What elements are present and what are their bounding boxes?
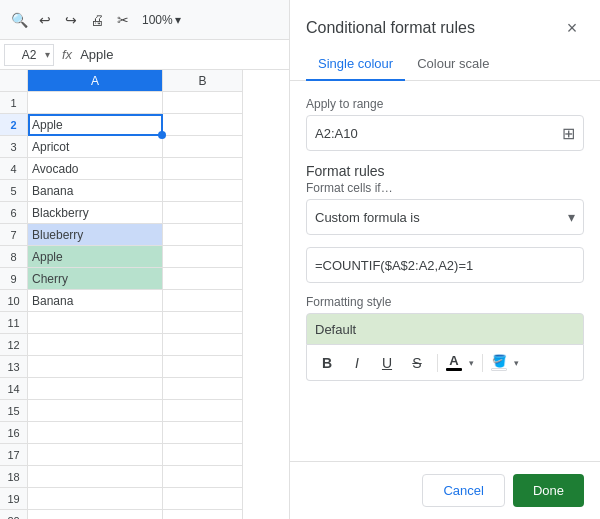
row-num-4: 4 [0, 158, 28, 180]
range-input[interactable] [315, 126, 558, 141]
row-num-17: 17 [0, 444, 28, 466]
fill-color-button[interactable]: 🪣 [491, 355, 507, 371]
cancel-button[interactable]: Cancel [422, 474, 504, 507]
zoom-chevron-icon: ▾ [175, 13, 181, 27]
formatting-style-label: Formatting style [306, 295, 584, 309]
cell-b7[interactable] [163, 224, 243, 246]
fill-color-dropdown-icon[interactable]: ▾ [514, 358, 519, 368]
cell-b19[interactable] [163, 488, 243, 510]
close-button[interactable]: × [560, 16, 584, 40]
bold-button[interactable]: B [315, 351, 339, 375]
cell-b6[interactable] [163, 202, 243, 224]
cell-a6[interactable]: Blackberry [28, 202, 163, 224]
cell-b17[interactable] [163, 444, 243, 466]
cell-ref-box[interactable]: A2 ▾ [4, 44, 54, 66]
cell-b16[interactable] [163, 422, 243, 444]
panel-content: Apply to range ⊞ Format rules Format cel… [290, 81, 600, 461]
style-preview-text: Default [315, 322, 356, 337]
row-num-9: 9 [0, 268, 28, 290]
cell-a5[interactable]: Banana [28, 180, 163, 202]
col-a-header[interactable]: A [28, 70, 163, 92]
row-num-7: 7 [0, 224, 28, 246]
format-rules-section: Format rules Format cells if… Custom for… [306, 163, 584, 235]
cell-b20[interactable] [163, 510, 243, 519]
range-grid-icon[interactable]: ⊞ [562, 124, 575, 143]
tab-single-colour[interactable]: Single colour [306, 48, 405, 81]
cell-a16[interactable] [28, 422, 163, 444]
cell-b8[interactable] [163, 246, 243, 268]
cell-a15[interactable] [28, 400, 163, 422]
cell-a2-value: Apple [32, 118, 63, 132]
cell-ref-caret-icon: ▾ [45, 49, 50, 60]
row-num-13: 13 [0, 356, 28, 378]
font-color-dropdown-icon[interactable]: ▾ [469, 358, 474, 368]
cell-b18[interactable] [163, 466, 243, 488]
cell-b15[interactable] [163, 400, 243, 422]
cell-a10[interactable]: Banana [28, 290, 163, 312]
cell-b1[interactable] [163, 92, 243, 114]
row-num-20: 20 [0, 510, 28, 519]
row-num-10: 10 [0, 290, 28, 312]
cell-b12[interactable] [163, 334, 243, 356]
cell-a18[interactable] [28, 466, 163, 488]
format-condition-select[interactable]: Custom formula is ▾ [306, 199, 584, 235]
row-num-2: 2 [0, 114, 28, 136]
search-icon[interactable]: 🔍 [8, 9, 30, 31]
undo-icon[interactable]: ↩ [34, 9, 56, 31]
apply-range-label: Apply to range [306, 97, 584, 111]
format-rules-label: Format rules [306, 163, 584, 179]
cell-a4[interactable]: Avocado [28, 158, 163, 180]
formula-bar: A2 ▾ fx Apple [0, 40, 289, 70]
panel-tabs: Single colour Colour scale [290, 48, 600, 81]
cell-a14[interactable] [28, 378, 163, 400]
cell-a19[interactable] [28, 488, 163, 510]
style-preview: Default [306, 313, 584, 345]
cell-b3[interactable] [163, 136, 243, 158]
row-num-18: 18 [0, 466, 28, 488]
cell-a1[interactable] [28, 92, 163, 114]
tab-colour-scale[interactable]: Colour scale [405, 48, 501, 81]
cell-a2[interactable]: Apple [28, 114, 163, 136]
cell-b5[interactable] [163, 180, 243, 202]
cell-a9[interactable]: Cherry [28, 268, 163, 290]
row-num-3: 3 [0, 136, 28, 158]
cell-b4[interactable] [163, 158, 243, 180]
cell-b2[interactable] [163, 114, 243, 136]
cell-a7[interactable]: Blueberry [28, 224, 163, 246]
underline-button[interactable]: U [375, 351, 399, 375]
redo-icon[interactable]: ↪ [60, 9, 82, 31]
row-num-19: 19 [0, 488, 28, 510]
style-toolbar: B I U S A ▾ 🪣 ▾ [306, 345, 584, 381]
cell-b14[interactable] [163, 378, 243, 400]
cell-b9[interactable] [163, 268, 243, 290]
active-cell-handle[interactable] [158, 131, 166, 139]
cell-a11[interactable] [28, 312, 163, 334]
row-num-15: 15 [0, 400, 28, 422]
toolbar: 🔍 ↩ ↪ 🖨 ✂ 100% ▾ [0, 0, 289, 40]
cell-b10[interactable] [163, 290, 243, 312]
cell-a20[interactable] [28, 510, 163, 519]
done-button[interactable]: Done [513, 474, 584, 507]
cell-b13[interactable] [163, 356, 243, 378]
cells-if-label: Format cells if… [306, 181, 584, 195]
italic-button[interactable]: I [345, 351, 369, 375]
panel-header: Conditional format rules × [290, 0, 600, 48]
print-icon[interactable]: 🖨 [86, 9, 108, 31]
range-input-row[interactable]: ⊞ [306, 115, 584, 151]
cell-a12[interactable] [28, 334, 163, 356]
cell-a8[interactable]: Apple [28, 246, 163, 268]
cell-a13[interactable] [28, 356, 163, 378]
font-color-button[interactable]: A [446, 354, 462, 371]
copy-format-icon[interactable]: ✂ [112, 9, 134, 31]
panel-title: Conditional format rules [306, 19, 475, 37]
formula-input[interactable] [315, 258, 575, 273]
zoom-display[interactable]: 100% ▾ [138, 11, 185, 29]
formatting-style-section: Formatting style Default B I U S A ▾ [306, 295, 584, 381]
formula-input-box[interactable] [306, 247, 584, 283]
cell-a17[interactable] [28, 444, 163, 466]
style-divider [437, 354, 438, 372]
cell-a3[interactable]: Apricot [28, 136, 163, 158]
col-b-header[interactable]: B [163, 70, 243, 92]
cell-b11[interactable] [163, 312, 243, 334]
strikethrough-button[interactable]: S [405, 351, 429, 375]
